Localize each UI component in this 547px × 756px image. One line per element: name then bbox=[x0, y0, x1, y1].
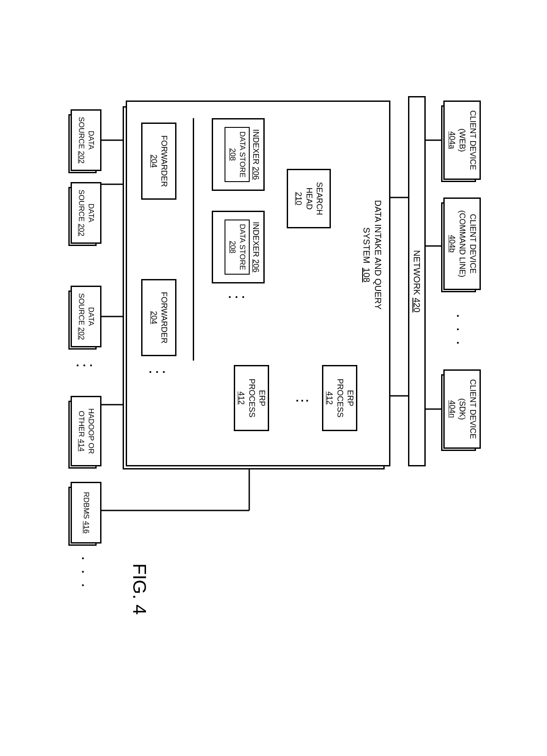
data-source-2: DATA SOURCE 202 bbox=[71, 182, 101, 244]
client-device-sdk: CLIENT DEVICE (SDK) 404n bbox=[443, 369, 481, 449]
label: DATA STORE bbox=[238, 224, 247, 270]
ref: 202 bbox=[77, 327, 86, 339]
ref: 206 bbox=[251, 259, 260, 272]
ref: 404a bbox=[446, 131, 457, 149]
ref: 412 bbox=[324, 391, 334, 404]
label: INDEXER bbox=[251, 221, 260, 257]
erp-process-1: ERP PROCESS 412 bbox=[322, 365, 357, 431]
label: CLIENT DEVICE bbox=[467, 110, 477, 170]
label: (WEB) bbox=[457, 128, 467, 152]
label: SOURCE bbox=[77, 293, 86, 325]
label: DATA bbox=[86, 203, 96, 222]
label: FORWARDER bbox=[159, 292, 169, 343]
ref: 202 bbox=[77, 151, 86, 163]
ref: 202 bbox=[77, 223, 86, 236]
label: PROCESS bbox=[334, 378, 345, 417]
ref: 420 bbox=[412, 298, 422, 312]
erp-process-2: ERP PROCESS 412 bbox=[234, 365, 269, 431]
rdbms-box: RDBMS 416 bbox=[71, 482, 101, 544]
label: SOURCE bbox=[77, 190, 86, 222]
data-source-3: DATA SOURCE 202 bbox=[71, 286, 101, 347]
label: ERP bbox=[345, 390, 355, 406]
network-bar: NETWORK 420 bbox=[408, 96, 426, 466]
label: PROCESS bbox=[246, 378, 256, 417]
ref: 204 bbox=[149, 311, 159, 324]
system-label: DATA INTAKE AND QUERY SYSTEM 108 bbox=[361, 184, 384, 325]
label: ERP bbox=[257, 390, 267, 406]
forwarder-1: FORWARDER 204 bbox=[141, 123, 176, 200]
ref: 404n bbox=[446, 400, 457, 417]
ref: 204 bbox=[149, 154, 159, 168]
label: (SDK) bbox=[457, 398, 467, 420]
ellipsis-icon: . . . bbox=[79, 557, 93, 590]
label: NETWORK bbox=[412, 250, 422, 295]
ellipsis-icon: . . . bbox=[454, 314, 468, 348]
label-line2: SYSTEM bbox=[362, 227, 371, 263]
label: FORWARDER bbox=[159, 135, 169, 187]
client-device-web: CLIENT DEVICE (WEB) 404a bbox=[443, 101, 481, 180]
ref: 404b bbox=[446, 235, 457, 252]
ref: 208 bbox=[229, 241, 237, 253]
data-store: DATA STORE 208 bbox=[225, 127, 249, 182]
label: (COMMAND LINE) bbox=[457, 210, 467, 277]
label: SEARCH bbox=[314, 182, 324, 215]
ref: 412 bbox=[236, 391, 246, 404]
forwarder-2: FORWARDER 204 bbox=[141, 279, 176, 356]
ref: 416 bbox=[82, 521, 90, 533]
ref: 210 bbox=[293, 192, 303, 205]
indexer-2: INDEXER 206 DATA STORE 208 bbox=[212, 211, 265, 283]
label: DATA STORE bbox=[238, 131, 247, 178]
ellipsis-icon: ··· bbox=[225, 290, 245, 304]
data-store: DATA STORE 208 bbox=[225, 220, 249, 275]
ellipsis-icon: ··· bbox=[145, 365, 165, 379]
ref: 414 bbox=[77, 439, 86, 451]
label: SOURCE bbox=[77, 117, 86, 149]
client-device-cli: CLIENT DEVICE (COMMAND LINE) 404b bbox=[443, 197, 481, 290]
indexer-1: INDEXER 206 DATA STORE 208 bbox=[212, 118, 265, 191]
ellipsis-icon: ··· bbox=[294, 394, 309, 407]
ref: 206 bbox=[251, 166, 260, 179]
label-line1: DATA INTAKE AND QUERY bbox=[373, 200, 383, 309]
bus-line bbox=[193, 118, 194, 361]
label: HEAD bbox=[303, 187, 314, 209]
label: DATA bbox=[86, 130, 96, 149]
label: CLIENT DEVICE bbox=[467, 379, 477, 439]
figure-label: FIG. 4 bbox=[129, 563, 150, 615]
label: CLIENT DEVICE bbox=[467, 214, 477, 274]
label: RDBMS bbox=[82, 492, 90, 518]
label: INDEXER bbox=[251, 129, 260, 164]
data-source-1: DATA SOURCE 202 bbox=[71, 109, 101, 171]
hadoop-box: HADOOP OR OTHER 414 bbox=[71, 396, 101, 466]
label: OTHER bbox=[77, 410, 86, 437]
ref: 108 bbox=[362, 268, 371, 282]
label: HADOOP OR bbox=[86, 408, 96, 454]
label: DATA bbox=[86, 307, 96, 326]
search-head: SEARCH HEAD 210 bbox=[287, 169, 331, 228]
ellipsis-icon: ··· bbox=[72, 358, 93, 372]
ref: 208 bbox=[229, 148, 237, 160]
